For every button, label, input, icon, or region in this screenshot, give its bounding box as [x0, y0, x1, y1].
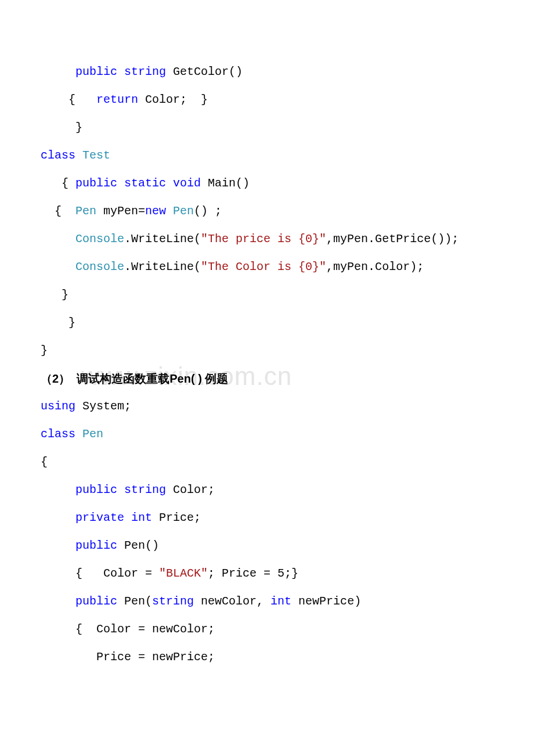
code-line: class Test — [41, 142, 496, 170]
code-line: { return Color; } — [41, 86, 496, 114]
code-line: } — [41, 309, 496, 337]
code-line: using System; — [41, 393, 496, 420]
code-line: Price = newPrice; — [41, 643, 496, 671]
code-line: { Color = "BLACK"; Price = 5;} — [41, 560, 496, 588]
document-content: public string GetColor() { return Color;… — [41, 58, 496, 671]
code-line: public string GetColor() — [41, 58, 496, 86]
code-line: { — [41, 448, 496, 476]
code-line: { public static void Main() — [41, 170, 496, 197]
code-line: { Pen myPen=new Pen() ; — [41, 197, 496, 225]
code-line: public string Color; — [41, 476, 496, 504]
code-line: public Pen(string newColor, int newPrice… — [41, 588, 496, 615]
code-line: } — [41, 337, 496, 365]
code-line: class Pen — [41, 420, 496, 448]
code-line: Console.WriteLine("The Color is {0}",myP… — [41, 253, 496, 281]
code-line: { Color = newColor; — [41, 615, 496, 643]
code-line: Console.WriteLine("The price is {0}",myP… — [41, 225, 496, 253]
code-line: public Pen() — [41, 532, 496, 560]
section-heading: （2） 调试构造函数重载Pen( ) 例题 — [41, 365, 496, 393]
code-line: } — [41, 114, 496, 142]
code-line: } — [41, 281, 496, 309]
code-line: private int Price; — [41, 504, 496, 532]
